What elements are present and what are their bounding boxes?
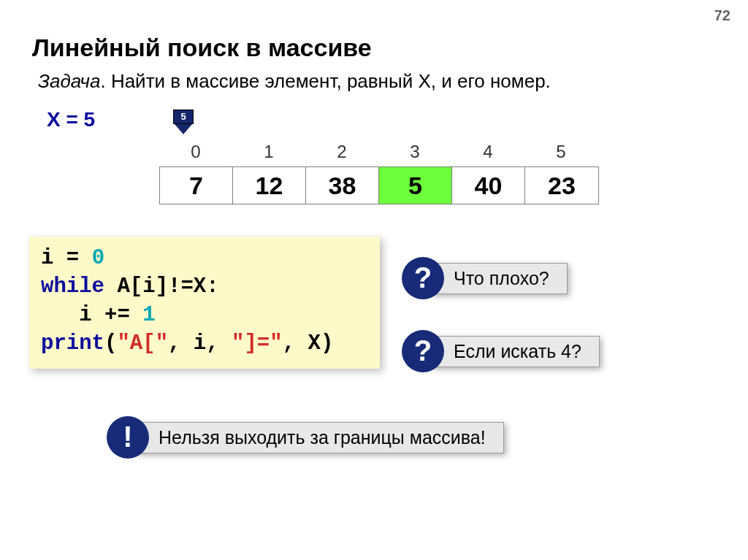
callout-question-1: ? Что плохо? xyxy=(402,257,568,299)
array-index: 2 xyxy=(305,142,378,162)
pointer-arrow-icon xyxy=(175,124,192,134)
callout-text: Если искать 4? xyxy=(431,336,600,367)
array-index: 1 xyxy=(232,142,305,162)
pointer-value: 5 xyxy=(173,110,194,124)
array-cell: 23 xyxy=(525,167,598,204)
callout-question-2: ? Если искать 4? xyxy=(402,330,600,372)
question-icon: ? xyxy=(402,330,444,372)
exclamation-icon: ! xyxy=(107,416,149,459)
callout-text: Что плохо? xyxy=(431,263,568,294)
array-index: 5 xyxy=(524,142,598,162)
array-cell: 12 xyxy=(233,167,306,204)
x-equals: X = 5 xyxy=(47,108,95,131)
task-text: . Найти в массиве элемент, равный X, и е… xyxy=(100,70,550,92)
array-cell: 7 xyxy=(160,167,233,204)
slide-title: Линейный поиск в массиве xyxy=(32,34,372,62)
page-number: 72 xyxy=(714,7,730,24)
array-index: 4 xyxy=(451,142,524,162)
array-cells: 7 12 38 5 40 23 xyxy=(159,166,599,204)
task-line: Задача. Найти в массиве элемент, равный … xyxy=(38,70,551,93)
code: i = 0 while A[i]!=X: i += 1 print("A[", … xyxy=(41,244,368,358)
array-cell-highlighted: 5 xyxy=(379,167,452,204)
task-label: Задача xyxy=(38,70,100,92)
array-index: 3 xyxy=(378,142,451,162)
question-icon: ? xyxy=(402,257,444,299)
array-cell: 38 xyxy=(306,167,379,204)
callout-warning: ! Нельзя выходить за границы массива! xyxy=(107,416,504,459)
array-cell: 40 xyxy=(452,167,525,204)
pointer: 5 xyxy=(173,110,194,140)
array-index: 0 xyxy=(159,142,232,162)
array-indices: 0 1 2 3 4 5 xyxy=(159,142,599,162)
callout-text: Нельзя выходить за границы массива! xyxy=(136,422,504,453)
array: 0 1 2 3 4 5 7 12 38 5 40 23 xyxy=(159,142,599,204)
code-block: i = 0 while A[i]!=X: i += 1 print("A[", … xyxy=(29,237,380,369)
